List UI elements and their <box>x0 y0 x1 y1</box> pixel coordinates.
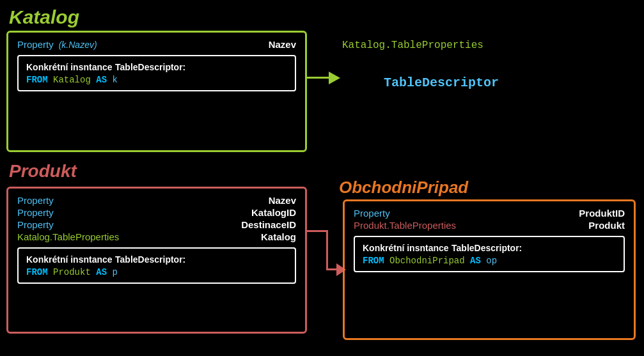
op-from-alias: op <box>486 256 497 266</box>
produkt-instance-label: Konkrétní insntance <box>26 254 113 265</box>
produkt-property-label-1: Property <box>17 207 54 218</box>
produkt-property-label-0: Property <box>17 195 54 206</box>
op-instance-text: Konkrétní insntance TableDescriptor: <box>363 242 616 254</box>
op-from-table: ObchodniPripad <box>389 256 465 266</box>
katalog-title: Katalog <box>9 6 79 28</box>
katalog-colon: : <box>183 62 186 72</box>
katalog-from-table: Katalog <box>53 75 91 85</box>
op-from-line: FROM ObchodniPripad AS op <box>363 256 616 266</box>
katalog-arrow <box>306 77 331 79</box>
katalog-instance-text: Konkrétní insntance TableDescriptor: <box>26 61 287 73</box>
op-instance-box: Konkrétní insntance TableDescriptor: FRO… <box>354 236 625 272</box>
op-instance-label: Konkrétní insntance <box>363 243 449 253</box>
produkt-property-value-1: KatalogID <box>251 207 296 218</box>
produkt-property-label-2: Property <box>17 219 54 230</box>
katalog-arrow-head <box>329 72 340 84</box>
katalog-table-properties-label: Katalog.TableProperties <box>342 40 483 51</box>
op-produkt-table-properties: Produkt.TableProperties <box>354 220 456 231</box>
produkt-property-row-0: Property Nazev <box>17 195 296 206</box>
produkt-katalog-table-properties: Katalog.TableProperties <box>17 231 119 242</box>
katalog-from-alias: k <box>112 75 117 85</box>
produkt-instance-box: Konkrétní insntance TableDescriptor: FRO… <box>17 247 296 284</box>
op-property-row-1: Produkt.TableProperties Produkt <box>354 220 625 231</box>
op-td-label: TableDescriptor <box>452 243 519 253</box>
produkt-from-line: FROM Produkt AS p <box>26 267 287 277</box>
op-property-label-0: Property <box>354 208 390 219</box>
op-property-value-0: ProduktID <box>579 208 625 219</box>
katalog-property-label: Property <box>17 39 54 50</box>
op-colon: : <box>519 243 522 253</box>
katalog-property-row: Property (k.Nazev) Nazev <box>17 39 296 50</box>
op-from-keyword: FROM <box>363 256 384 266</box>
produkt-card: Property Nazev Property KatalogID Proper… <box>6 187 307 334</box>
produkt-from-alias: p <box>112 267 117 277</box>
produkt-property-row-3: Katalog.TableProperties Katalog <box>17 231 296 242</box>
op-as-keyword: AS <box>470 256 481 266</box>
produkt-property-value-0: Nazev <box>269 195 296 206</box>
produkt-from-keyword: FROM <box>26 267 48 277</box>
produkt-arrow-h <box>306 230 328 232</box>
produkt-property-row-2: Property DestinaceID <box>17 219 296 230</box>
katalog-from-line: FROM Katalog AS k <box>26 75 287 85</box>
produkt-td-label: TableDescriptor <box>115 254 183 265</box>
op-property-value-1: Produkt <box>588 220 625 231</box>
produkt-arrow-v <box>326 230 328 268</box>
katalog-property-italic: (k.Nazev) <box>59 40 97 50</box>
katalog-instance-box: Konkrétní insntance TableDescriptor: FRO… <box>17 55 296 91</box>
katalog-property-value: Nazev <box>269 39 296 50</box>
katalog-from-keyword: FROM <box>26 75 48 85</box>
katalog-td-label: TableDescriptor <box>115 62 183 72</box>
katalog-card: Property (k.Nazev) Nazev Konkrétní insnt… <box>6 31 307 152</box>
katalog-as-keyword: AS <box>96 75 107 85</box>
produkt-property-value-2: DestinaceID <box>241 219 296 230</box>
produkt-as-keyword: AS <box>96 267 107 277</box>
produkt-colon: : <box>183 254 186 265</box>
produkt-instance-text: Konkrétní insntance TableDescriptor: <box>26 254 287 265</box>
table-descriptor-label: TableDescriptor <box>384 75 499 90</box>
obchodni-pripad-card: Property ProduktID Produkt.TableProperti… <box>343 199 636 340</box>
op-property-row-0: Property ProduktID <box>354 208 625 219</box>
produkt-property-row-1: Property KatalogID <box>17 207 296 218</box>
katalog-instance-label: Konkrétní insntance <box>26 62 113 72</box>
produkt-title: Produkt <box>9 161 77 182</box>
produkt-property-value-3: Katalog <box>261 231 296 242</box>
produkt-from-table: Produkt <box>53 267 91 277</box>
obchodni-pripad-title: ObchodniPripad <box>339 178 468 197</box>
